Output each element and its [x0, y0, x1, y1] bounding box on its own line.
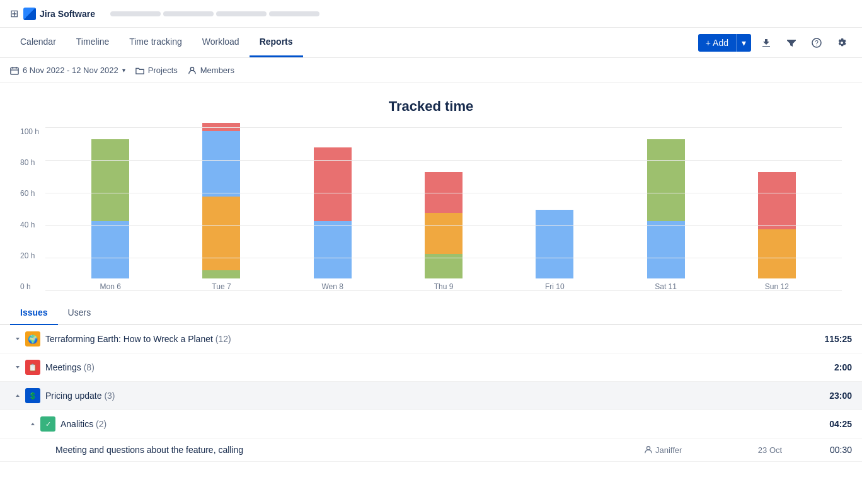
bar-stack-tue — [202, 123, 240, 278]
y-label-20: 20 h — [20, 251, 39, 260]
icon-meetings: 📋 — [25, 360, 40, 375]
chart-title: Tracked time — [20, 98, 842, 115]
add-button[interactable]: + Add — [698, 34, 736, 52]
nav-tabs-bar: Calendar Timeline Time tracking Workload… — [0, 28, 862, 58]
bar-tue: Tue 7 — [169, 127, 273, 291]
y-label-100: 100 h — [20, 127, 39, 136]
chart-area: Tracked time 0 h 20 h 40 h 60 h 80 h 100… — [0, 83, 862, 301]
bar-stack-sun — [758, 172, 796, 278]
bar-sun-red — [758, 172, 796, 229]
nav-pill-1 — [110, 11, 161, 16]
y-label-0: 0 h — [20, 282, 39, 291]
bar-stack-fri — [536, 210, 573, 278]
bar-thu: Thu 9 — [391, 127, 496, 291]
bar-mon: Mon 6 — [58, 127, 163, 291]
bar-tue-orange — [202, 197, 240, 270]
issue-name-pricing: Pricing update (3) — [45, 391, 802, 401]
date-range-filter[interactable]: 6 Nov 2022 - 12 Nov 2022 ▾ — [10, 66, 125, 75]
bar-wen: Wen 8 — [280, 127, 385, 291]
tab-reports[interactable]: Reports — [250, 28, 303, 57]
issue-time-detail: 00:30 — [802, 445, 852, 455]
data-tabs: Issues Users — [0, 301, 862, 325]
bar-fri: Fri 10 — [502, 127, 607, 291]
expand-terraforming[interactable] — [10, 336, 25, 342]
issue-count-analitics: (2) — [96, 419, 106, 429]
bar-stack-mon — [91, 139, 129, 278]
issue-name-terraforming: Terraforming Earth: How to Wreck a Plane… — [45, 334, 802, 344]
y-label-40: 40 h — [20, 220, 39, 229]
icon-analitics: ✓ — [40, 416, 55, 432]
nav-pill-4 — [269, 11, 319, 16]
svg-text:?: ? — [815, 40, 819, 47]
issue-name-meeting-detail: Meeting and questions about the feature,… — [55, 445, 644, 455]
grid-icon[interactable]: ⊞ — [10, 8, 18, 20]
icon-terraforming: 🌍 — [25, 331, 40, 346]
members-label: Members — [200, 66, 234, 75]
issue-time-meetings: 2:00 — [802, 362, 852, 372]
settings-button[interactable] — [832, 33, 852, 53]
issue-date: 23 Oct — [738, 445, 802, 455]
svg-rect-2 — [11, 67, 18, 74]
tab-workload[interactable]: Workload — [192, 28, 250, 57]
members-filter[interactable]: Members — [188, 66, 234, 75]
bar-wen-blue — [314, 221, 352, 278]
bar-thu-green — [425, 254, 463, 278]
expand-meetings[interactable] — [10, 364, 25, 370]
tab-calendar[interactable]: Calendar — [10, 28, 66, 57]
issue-row-meetings: 📋 Meetings (8) 2:00 — [0, 353, 862, 382]
expand-analitics[interactable] — [25, 421, 40, 427]
bar-sat-blue — [647, 221, 685, 278]
bar-tue-red — [202, 123, 240, 131]
jira-logo[interactable]: Jira Software — [23, 8, 95, 20]
bar-tue-blue — [202, 131, 240, 197]
bar-sun-label: Sun 12 — [765, 282, 789, 291]
bar-tue-green — [202, 270, 240, 278]
bars-row: Mon 6 Tue 7 — [45, 127, 842, 291]
bar-wen-red — [314, 147, 352, 221]
issues-table: 🌍 Terraforming Earth: How to Wreck a Pla… — [0, 325, 862, 462]
tab-time-tracking[interactable]: Time tracking — [119, 28, 192, 57]
members-icon — [188, 66, 197, 75]
bar-stack-sat — [647, 139, 685, 278]
bar-sat-label: Sat 11 — [655, 282, 677, 291]
calendar-icon — [10, 66, 19, 75]
bar-wen-label: Wen 8 — [322, 282, 343, 291]
issue-row-analitics: ✓ Analitics (2) 04:25 — [0, 410, 862, 438]
filter-button[interactable] — [781, 33, 802, 53]
tab-users[interactable]: Users — [58, 301, 101, 325]
add-dropdown-button[interactable]: ▾ — [736, 34, 751, 52]
issue-count-terraforming: (12) — [216, 334, 231, 344]
nav-pill-2 — [163, 11, 214, 16]
nav-pill-3 — [216, 11, 267, 16]
bar-thu-orange — [425, 213, 463, 254]
bar-fri-label: Fri 10 — [545, 282, 565, 291]
y-axis: 0 h 20 h 40 h 60 h 80 h 100 h — [20, 127, 45, 291]
issue-meta-assignee: Janiffer — [644, 445, 738, 455]
issue-row-pricing: 💲 Pricing update (3) 23:00 — [0, 382, 862, 410]
issue-row-meeting-detail: Meeting and questions about the feature,… — [0, 438, 862, 462]
topbar: ⊞ Jira Software — [0, 0, 862, 28]
bars-container: Mon 6 Tue 7 — [45, 127, 842, 291]
projects-label: Projects — [148, 66, 178, 75]
tab-timeline[interactable]: Timeline — [66, 28, 119, 57]
expand-pricing[interactable] — [10, 392, 25, 399]
bar-stack-thu — [425, 172, 463, 278]
issue-count-meetings: (8) — [84, 362, 95, 372]
download-button[interactable] — [756, 33, 776, 53]
bar-tue-label: Tue 7 — [212, 282, 231, 291]
jira-diamond-icon — [23, 8, 36, 20]
bar-stack-wen — [314, 147, 352, 278]
bar-mon-green — [91, 139, 129, 221]
user-icon — [644, 445, 653, 454]
bar-thu-label: Thu 9 — [434, 282, 454, 291]
date-chevron-icon: ▾ — [122, 67, 125, 74]
y-label-60: 60 h — [20, 189, 39, 198]
topbar-nav-pills — [110, 11, 319, 16]
tab-issues[interactable]: Issues — [10, 301, 58, 325]
y-label-80: 80 h — [20, 158, 39, 167]
svg-point-4 — [646, 447, 650, 450]
projects-filter[interactable]: Projects — [135, 66, 178, 75]
help-button[interactable]: ? — [807, 33, 827, 53]
svg-point-3 — [190, 67, 193, 70]
issue-row-terraforming: 🌍 Terraforming Earth: How to Wreck a Pla… — [0, 325, 862, 353]
